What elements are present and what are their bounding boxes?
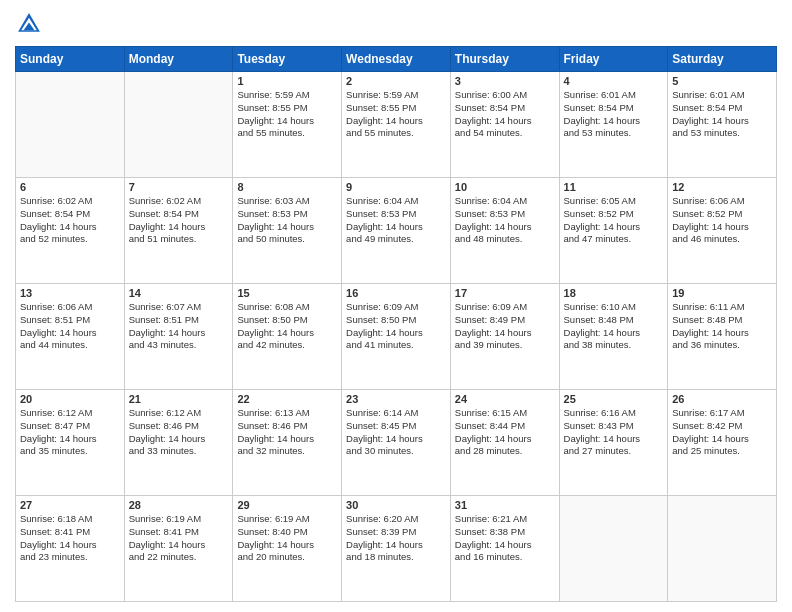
day-number: 7: [129, 181, 229, 193]
cell-info-line: Daylight: 14 hours: [20, 327, 120, 340]
cell-info-line: Daylight: 14 hours: [455, 327, 555, 340]
cell-info-line: Daylight: 14 hours: [455, 433, 555, 446]
calendar-cell: 7Sunrise: 6:02 AMSunset: 8:54 PMDaylight…: [124, 178, 233, 284]
cell-info-line: Sunset: 8:54 PM: [455, 102, 555, 115]
cell-info-line: and 32 minutes.: [237, 445, 337, 458]
day-number: 14: [129, 287, 229, 299]
calendar-cell: 20Sunrise: 6:12 AMSunset: 8:47 PMDayligh…: [16, 390, 125, 496]
cell-info-line: Daylight: 14 hours: [455, 221, 555, 234]
cell-info-line: and 49 minutes.: [346, 233, 446, 246]
day-number: 9: [346, 181, 446, 193]
cell-info-line: and 30 minutes.: [346, 445, 446, 458]
calendar-cell: 11Sunrise: 6:05 AMSunset: 8:52 PMDayligh…: [559, 178, 668, 284]
cell-info-line: Sunrise: 6:03 AM: [237, 195, 337, 208]
cell-info-line: and 50 minutes.: [237, 233, 337, 246]
cell-info-line: and 42 minutes.: [237, 339, 337, 352]
cell-info-line: Sunset: 8:54 PM: [129, 208, 229, 221]
day-number: 26: [672, 393, 772, 405]
day-number: 21: [129, 393, 229, 405]
cell-info-line: Sunrise: 6:02 AM: [20, 195, 120, 208]
cell-info-line: Daylight: 14 hours: [672, 327, 772, 340]
cell-info-line: Daylight: 14 hours: [237, 433, 337, 446]
cell-info-line: Sunset: 8:40 PM: [237, 526, 337, 539]
logo-icon: [15, 10, 43, 38]
calendar-week-row: 27Sunrise: 6:18 AMSunset: 8:41 PMDayligh…: [16, 496, 777, 602]
day-number: 11: [564, 181, 664, 193]
day-number: 22: [237, 393, 337, 405]
cell-info-line: and 36 minutes.: [672, 339, 772, 352]
cell-info-line: and 27 minutes.: [564, 445, 664, 458]
cell-info-line: Sunrise: 6:13 AM: [237, 407, 337, 420]
cell-info-line: Sunrise: 6:17 AM: [672, 407, 772, 420]
cell-info-line: and 55 minutes.: [237, 127, 337, 140]
cell-info-line: Sunrise: 6:04 AM: [455, 195, 555, 208]
calendar-week-row: 20Sunrise: 6:12 AMSunset: 8:47 PMDayligh…: [16, 390, 777, 496]
cell-info-line: Daylight: 14 hours: [237, 539, 337, 552]
calendar-day-header: Saturday: [668, 47, 777, 72]
cell-info-line: Daylight: 14 hours: [129, 539, 229, 552]
cell-info-line: Sunset: 8:50 PM: [346, 314, 446, 327]
day-number: 2: [346, 75, 446, 87]
calendar-cell: 5Sunrise: 6:01 AMSunset: 8:54 PMDaylight…: [668, 72, 777, 178]
header: [15, 10, 777, 38]
day-number: 29: [237, 499, 337, 511]
cell-info-line: Daylight: 14 hours: [20, 539, 120, 552]
cell-info-line: Sunrise: 6:06 AM: [20, 301, 120, 314]
cell-info-line: and 44 minutes.: [20, 339, 120, 352]
cell-info-line: Sunset: 8:41 PM: [129, 526, 229, 539]
cell-info-line: and 38 minutes.: [564, 339, 664, 352]
calendar-cell: 23Sunrise: 6:14 AMSunset: 8:45 PMDayligh…: [342, 390, 451, 496]
day-number: 28: [129, 499, 229, 511]
cell-info-line: Sunrise: 6:09 AM: [455, 301, 555, 314]
cell-info-line: Sunrise: 6:11 AM: [672, 301, 772, 314]
cell-info-line: and 52 minutes.: [20, 233, 120, 246]
cell-info-line: Sunrise: 5:59 AM: [237, 89, 337, 102]
calendar-cell: 19Sunrise: 6:11 AMSunset: 8:48 PMDayligh…: [668, 284, 777, 390]
cell-info-line: Sunset: 8:46 PM: [129, 420, 229, 433]
cell-info-line: Sunset: 8:54 PM: [20, 208, 120, 221]
cell-info-line: Daylight: 14 hours: [672, 433, 772, 446]
cell-info-line: Sunset: 8:51 PM: [20, 314, 120, 327]
cell-info-line: Sunset: 8:55 PM: [346, 102, 446, 115]
calendar-cell: 28Sunrise: 6:19 AMSunset: 8:41 PMDayligh…: [124, 496, 233, 602]
cell-info-line: and 46 minutes.: [672, 233, 772, 246]
day-number: 16: [346, 287, 446, 299]
day-number: 25: [564, 393, 664, 405]
logo: [15, 10, 47, 38]
day-number: 10: [455, 181, 555, 193]
calendar-cell: 26Sunrise: 6:17 AMSunset: 8:42 PMDayligh…: [668, 390, 777, 496]
cell-info-line: and 55 minutes.: [346, 127, 446, 140]
cell-info-line: Sunset: 8:42 PM: [672, 420, 772, 433]
cell-info-line: Daylight: 14 hours: [20, 433, 120, 446]
cell-info-line: Daylight: 14 hours: [237, 115, 337, 128]
cell-info-line: Sunrise: 6:12 AM: [129, 407, 229, 420]
cell-info-line: Sunrise: 6:09 AM: [346, 301, 446, 314]
calendar-cell: [124, 72, 233, 178]
cell-info-line: Sunset: 8:43 PM: [564, 420, 664, 433]
calendar-cell: 21Sunrise: 6:12 AMSunset: 8:46 PMDayligh…: [124, 390, 233, 496]
cell-info-line: Sunset: 8:53 PM: [346, 208, 446, 221]
cell-info-line: Daylight: 14 hours: [672, 115, 772, 128]
day-number: 12: [672, 181, 772, 193]
cell-info-line: Sunrise: 6:21 AM: [455, 513, 555, 526]
cell-info-line: Sunset: 8:45 PM: [346, 420, 446, 433]
day-number: 20: [20, 393, 120, 405]
calendar-cell: 3Sunrise: 6:00 AMSunset: 8:54 PMDaylight…: [450, 72, 559, 178]
cell-info-line: Daylight: 14 hours: [20, 221, 120, 234]
cell-info-line: Sunrise: 6:00 AM: [455, 89, 555, 102]
calendar-cell: 2Sunrise: 5:59 AMSunset: 8:55 PMDaylight…: [342, 72, 451, 178]
cell-info-line: Daylight: 14 hours: [564, 327, 664, 340]
cell-info-line: Sunrise: 6:04 AM: [346, 195, 446, 208]
calendar-cell: 12Sunrise: 6:06 AMSunset: 8:52 PMDayligh…: [668, 178, 777, 284]
cell-info-line: Daylight: 14 hours: [346, 221, 446, 234]
cell-info-line: Daylight: 14 hours: [564, 433, 664, 446]
cell-info-line: and 28 minutes.: [455, 445, 555, 458]
day-number: 27: [20, 499, 120, 511]
day-number: 1: [237, 75, 337, 87]
cell-info-line: Sunrise: 6:02 AM: [129, 195, 229, 208]
cell-info-line: Sunset: 8:51 PM: [129, 314, 229, 327]
day-number: 15: [237, 287, 337, 299]
calendar-cell: 30Sunrise: 6:20 AMSunset: 8:39 PMDayligh…: [342, 496, 451, 602]
day-number: 23: [346, 393, 446, 405]
cell-info-line: Daylight: 14 hours: [564, 115, 664, 128]
